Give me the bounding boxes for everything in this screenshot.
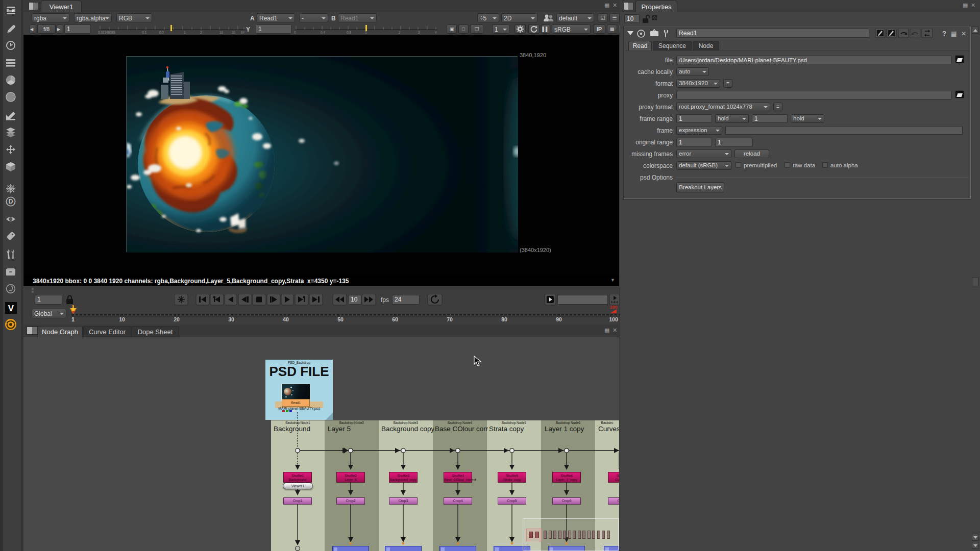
svg-text:90: 90 bbox=[556, 316, 562, 322]
svg-text:0.1: 0.1 bbox=[142, 31, 146, 34]
svg-text:50: 50 bbox=[337, 316, 344, 322]
svg-text:20: 20 bbox=[174, 316, 180, 322]
svg-text:100: 100 bbox=[609, 305, 617, 310]
svg-text:0.8: 0.8 bbox=[347, 31, 351, 34]
svg-text:2: 2 bbox=[200, 31, 202, 34]
svg-text:▦: ▦ bbox=[951, 30, 957, 37]
svg-text:1: 1 bbox=[71, 316, 75, 322]
svg-text:64: 64 bbox=[241, 31, 245, 34]
svg-text:2: 2 bbox=[399, 31, 401, 34]
svg-text:1: 1 bbox=[365, 31, 367, 34]
svg-text:3: 3 bbox=[418, 31, 420, 34]
svg-text:70: 70 bbox=[447, 316, 453, 322]
svg-text:10: 10 bbox=[119, 316, 125, 322]
svg-text:0.2: 0.2 bbox=[159, 31, 164, 34]
svg-text:D: D bbox=[9, 198, 13, 205]
svg-text:4: 4 bbox=[435, 31, 437, 34]
svg-text:0.01148083: 0.01148083 bbox=[98, 31, 115, 34]
svg-text:30: 30 bbox=[232, 31, 236, 34]
svg-text:?: ? bbox=[942, 30, 946, 37]
svg-text:80: 80 bbox=[501, 316, 507, 322]
svg-text:60: 60 bbox=[392, 316, 398, 322]
svg-text:V: V bbox=[8, 304, 14, 313]
svg-text:30: 30 bbox=[228, 316, 234, 322]
svg-text:100: 100 bbox=[609, 316, 618, 322]
svg-text:40: 40 bbox=[283, 316, 289, 322]
svg-text:1: 1 bbox=[184, 31, 186, 34]
svg-text:0: 0 bbox=[294, 31, 296, 34]
svg-text:10: 10 bbox=[219, 31, 224, 34]
svg-text:0.4: 0.4 bbox=[321, 31, 325, 34]
svg-text:✕: ✕ bbox=[961, 30, 966, 37]
